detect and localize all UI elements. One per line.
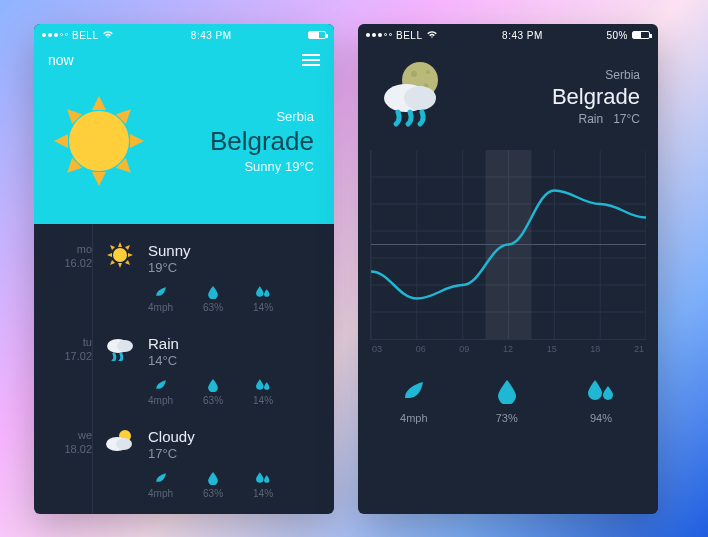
humidity-value: 73% [496, 412, 518, 424]
svg-point-13 [116, 438, 132, 450]
wifi-icon [426, 30, 438, 41]
temperature-chart[interactable]: 03060912151821 [358, 144, 658, 358]
forecast-row[interactable]: mo16.02Sunny19°C4mph63%14% [48, 234, 322, 327]
sun-icon [54, 96, 144, 186]
svg-marker-6 [125, 245, 130, 250]
battery-percent-label: 50% [606, 30, 628, 41]
now-label[interactable]: now [48, 52, 74, 68]
timeline-line [92, 224, 93, 514]
forecast-icon [102, 335, 138, 406]
city-label: Belgrade [210, 126, 314, 157]
precip-stat: 14% [253, 378, 273, 406]
wind-stat: 4mph [148, 378, 173, 406]
detail-stats: 4mph 73% 94% [358, 358, 658, 424]
country-label: Serbia [210, 109, 314, 124]
humidity-stat: 63% [203, 378, 223, 406]
status-bar: BELL 8:43 PM 50% [358, 24, 658, 46]
x-tick: 21 [634, 344, 644, 354]
x-tick: 18 [590, 344, 600, 354]
drop-icon [496, 378, 518, 404]
signal-dots-icon [42, 33, 68, 37]
svg-marker-7 [110, 260, 115, 265]
header-nav: now [34, 46, 334, 68]
precip-stat: 14% [253, 471, 273, 499]
forecast-date: mo16.02 [48, 242, 92, 313]
precip-value: 94% [590, 412, 612, 424]
forecast-temp: 19°C [148, 260, 322, 275]
svg-marker-2 [118, 263, 122, 268]
svg-marker-5 [110, 245, 115, 250]
current-weather-block: Serbia Belgrade Rain17°C [358, 46, 658, 144]
city-label: Belgrade [552, 84, 640, 110]
chart-x-ticks: 03060912151821 [370, 340, 646, 354]
humidity-stat: 63% [203, 471, 223, 499]
humidity-stat: 73% [496, 378, 518, 424]
precip-stat: 14% [253, 285, 273, 313]
wind-stat: 4mph [148, 471, 173, 499]
status-bar: BELL 8:43 PM [34, 24, 334, 46]
x-tick: 12 [503, 344, 513, 354]
svg-point-19 [404, 86, 436, 110]
forecast-temp: 17°C [148, 446, 322, 461]
location-block: Serbia Belgrade Rain17°C [552, 68, 640, 126]
precip-stat: 94% [586, 378, 616, 424]
svg-point-17 [426, 70, 430, 74]
forecast-icon [102, 428, 138, 499]
svg-point-15 [411, 71, 417, 77]
battery-icon [632, 31, 650, 39]
x-tick: 06 [416, 344, 426, 354]
forecast-temp: 14°C [148, 353, 322, 368]
svg-point-10 [117, 340, 133, 352]
phone-left: BELL 8:43 PM now [34, 24, 334, 514]
forecast-condition: Sunny [148, 242, 322, 259]
carrier-label: BELL [72, 30, 98, 41]
wind-stat: 4mph [400, 378, 428, 424]
forecast-row[interactable]: we18.02Cloudy17°C4mph63%14% [48, 420, 322, 513]
country-label: Serbia [552, 68, 640, 82]
battery-icon [308, 31, 326, 39]
location-block: Serbia Belgrade Sunny 19°C [210, 109, 314, 174]
carrier-label: BELL [396, 30, 422, 41]
x-tick: 15 [547, 344, 557, 354]
condition-temp-label: Rain17°C [552, 112, 640, 126]
clock-label: 8:43 PM [502, 30, 543, 41]
phone-right: BELL 8:43 PM 50% Serbia Belgrade [358, 24, 658, 514]
signal-dots-icon [366, 33, 392, 37]
svg-marker-4 [128, 253, 133, 257]
forecast-list[interactable]: mo16.02Sunny19°C4mph63%14%tu17.02Rain14°… [34, 224, 334, 514]
condition-temp-label: Sunny 19°C [210, 159, 314, 174]
wind-value: 4mph [400, 412, 428, 424]
current-weather-panel: BELL 8:43 PM now [34, 24, 334, 224]
forecast-row[interactable]: tu17.02Rain14°C4mph63%14% [48, 327, 322, 420]
forecast-date: tu17.02 [48, 335, 92, 406]
wifi-icon [102, 30, 114, 41]
drops-icon [586, 378, 616, 404]
clock-label: 8:43 PM [191, 30, 232, 41]
wind-stat: 4mph [148, 285, 173, 313]
cloud-rain-moon-icon [376, 58, 454, 136]
forecast-date: we18.02 [48, 428, 92, 499]
forecast-icon [102, 242, 138, 313]
forecast-condition: Cloudy [148, 428, 322, 445]
x-tick: 03 [372, 344, 382, 354]
humidity-stat: 63% [203, 285, 223, 313]
svg-marker-1 [118, 242, 122, 247]
x-tick: 09 [459, 344, 469, 354]
hamburger-menu-icon[interactable] [302, 54, 320, 66]
forecast-condition: Rain [148, 335, 322, 352]
svg-point-0 [113, 248, 127, 262]
leaf-icon [401, 378, 427, 404]
svg-marker-3 [107, 253, 112, 257]
svg-marker-8 [125, 260, 130, 265]
